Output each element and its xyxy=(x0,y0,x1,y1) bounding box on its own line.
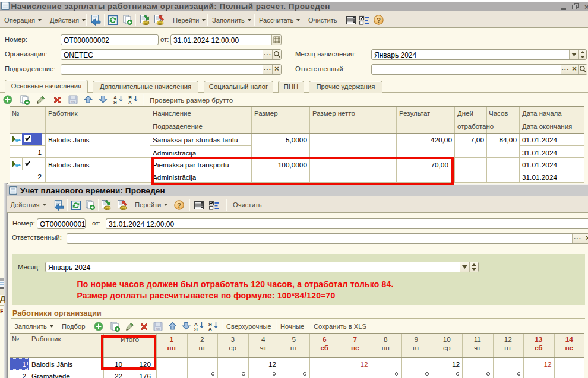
svg-text:Я: Я xyxy=(113,100,117,104)
svg-text:?: ? xyxy=(377,16,381,24)
svg-text:А: А xyxy=(208,326,212,331)
svg-text:ток: ток xyxy=(156,328,161,331)
svg-text:А: А xyxy=(128,100,132,104)
svg-text:Я: Я xyxy=(194,326,198,331)
svg-text:?: ? xyxy=(177,201,181,209)
svg-text:ток: ток xyxy=(71,101,76,104)
